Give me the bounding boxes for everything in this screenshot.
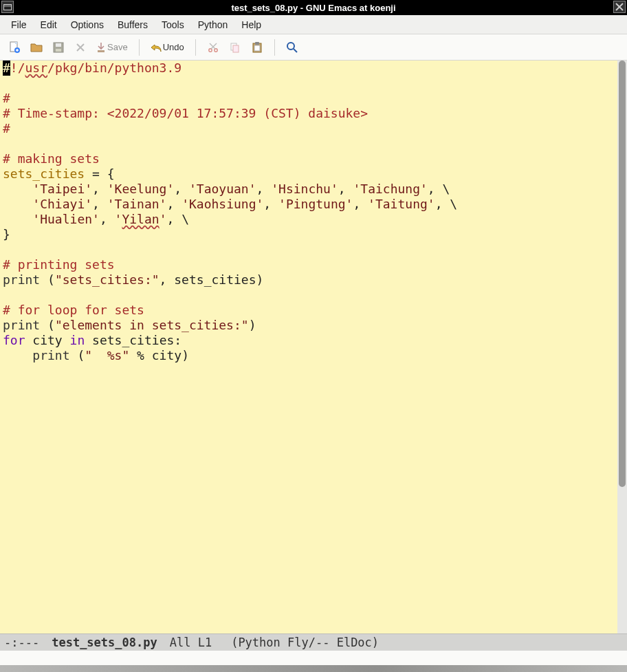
scrollbar-thumb[interactable]: [619, 61, 626, 487]
comment-for-loop: # for loop for sets: [3, 303, 144, 317]
window-title: test_sets_08.py - GNU Emacs at koenji: [231, 3, 395, 13]
vertical-scrollbar[interactable]: [617, 61, 627, 633]
modeline-filename: test_sets_08.py: [52, 636, 157, 649]
minibuffer[interactable]: [0, 650, 627, 665]
comment-line: #: [3, 91, 10, 105]
shebang-line: !/usr/pkg/bin/python3.9: [10, 61, 182, 75]
svg-point-6: [209, 48, 212, 51]
window-titlebar: test_sets_08.py - GNU Emacs at koenji: [0, 0, 627, 15]
menu-buffers[interactable]: Buffers: [111, 17, 155, 32]
mode-line[interactable]: -:--- test_sets_08.py All L1 (Python Fly…: [0, 633, 627, 650]
save-button[interactable]: Save: [94, 39, 131, 56]
editor-frame: #!/usr/pkg/bin/python3.9 # # Time-stamp:…: [0, 61, 627, 633]
svg-rect-5: [98, 50, 104, 52]
svg-rect-3: [56, 43, 61, 47]
search-button[interactable]: [283, 39, 301, 56]
modeline-flags: -:---: [4, 636, 39, 649]
save-button-label: Save: [107, 42, 128, 52]
open-folder-button[interactable]: [28, 39, 45, 56]
new-file-button[interactable]: [6, 39, 23, 56]
menu-help[interactable]: Help: [234, 17, 268, 32]
resize-handle[interactable]: [0, 665, 627, 672]
svg-rect-9: [233, 45, 239, 52]
svg-point-7: [214, 48, 217, 51]
comment-printing-sets: # printing sets: [3, 257, 115, 272]
timestamp-comment: # Time-stamp: <2022/09/01 17:57:39 (CST)…: [3, 106, 368, 120]
editor-buffer[interactable]: #!/usr/pkg/bin/python3.9 # # Time-stamp:…: [0, 61, 617, 633]
window-menu-icon[interactable]: [1, 1, 14, 13]
menu-options[interactable]: Options: [64, 17, 111, 32]
svg-point-13: [287, 43, 294, 50]
close-icon[interactable]: [613, 1, 626, 13]
menubar: File Edit Options Buffers Tools Python H…: [0, 15, 627, 34]
paste-button[interactable]: [248, 39, 266, 56]
cut-button[interactable]: [204, 39, 222, 56]
menu-edit[interactable]: Edit: [34, 17, 64, 32]
undo-button[interactable]: Undo: [148, 39, 187, 56]
modeline-position: All L1: [170, 636, 212, 649]
text-cursor: #: [3, 61, 10, 76]
svg-rect-12: [254, 45, 260, 51]
comment-line: #: [3, 121, 10, 136]
svg-rect-4: [56, 49, 61, 52]
comment-making-sets: # making sets: [3, 151, 100, 166]
undo-button-label: Undo: [163, 42, 184, 52]
toolbar-separator: [139, 39, 140, 56]
svg-rect-11: [255, 42, 259, 45]
toolbar-separator: [274, 39, 275, 56]
disk-icon[interactable]: [50, 39, 67, 56]
toolbar-separator: [195, 39, 196, 56]
menu-python[interactable]: Python: [191, 17, 235, 32]
variable-sets-cities: sets_cities: [3, 166, 85, 181]
copy-button[interactable]: [226, 39, 244, 56]
menu-tools[interactable]: Tools: [155, 17, 191, 32]
modeline-modes: (Python Fly/-- ElDoc): [231, 636, 379, 649]
close-file-button[interactable]: [72, 39, 89, 56]
menu-file[interactable]: File: [4, 17, 34, 32]
toolbar: Save Undo: [0, 34, 627, 61]
